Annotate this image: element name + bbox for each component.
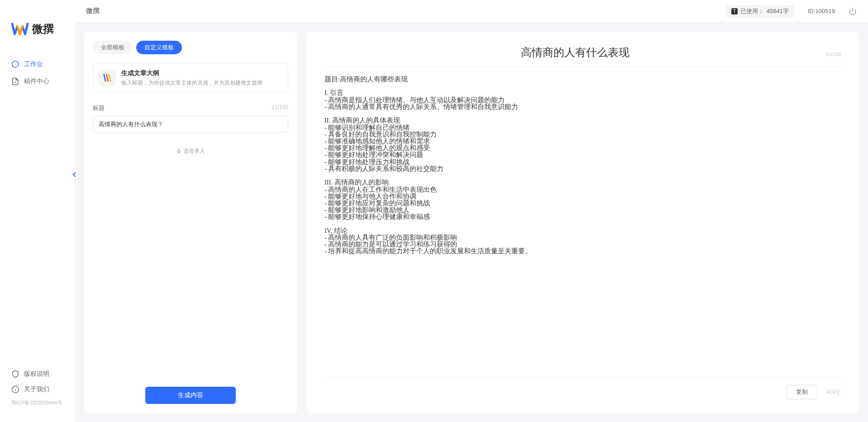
voice-input-button[interactable]: 语音录入 [93, 147, 288, 155]
info-icon [11, 385, 19, 394]
logo-text: 微撰 [32, 22, 54, 36]
panel-left-bottom: 生成内容 [93, 387, 288, 404]
mic-icon [176, 149, 181, 154]
usage-value: 45641字 [767, 7, 789, 15]
header: 微撰 T 已使用： 45641字 ID:100519 [75, 0, 868, 23]
title-counter: 11/100 [272, 104, 288, 112]
sidebar-item-workbench[interactable]: 工作台 [0, 56, 75, 73]
logo-icon [11, 20, 29, 38]
panel-left: 全部模板 自定义模板 生成文章大纲 输入标题，为你提供文章主体的灵感，并为其创建… [84, 32, 297, 413]
main: 微撰 T 已使用： 45641字 ID:100519 全部模板 自定义模板 [75, 0, 868, 422]
sidebar-collapse-button[interactable] [71, 170, 78, 180]
power-icon[interactable] [849, 7, 857, 15]
tabs: 全部模板 自定义模板 [93, 41, 288, 54]
usage-label: 已使用： [740, 7, 764, 15]
title-label: 标题 [93, 104, 105, 112]
sidebar-item-label: 稿件中心 [24, 77, 49, 85]
generate-button[interactable]: 生成内容 [145, 387, 236, 404]
template-info: 生成文章大纲 输入标题，为你提供文章主体的灵感，并为其创建推文提纲 [121, 69, 282, 87]
drafts-icon [11, 77, 19, 85]
template-desc: 输入标题，为你提供文章主体的灵感，并为其创建推文提纲 [121, 79, 282, 87]
usage-badge[interactable]: T 已使用： 45641字 [726, 5, 794, 18]
form-section-title: 标题 11/100 [93, 104, 288, 133]
content: 全部模板 自定义模板 生成文章大纲 输入标题，为你提供文章主体的灵感，并为其创建… [75, 23, 868, 422]
icp-text: 鄂ICP备2022016946号 [0, 397, 75, 408]
result-title-counter: 10/100 [825, 52, 841, 57]
nav: 工作台 稿件中心 [0, 56, 75, 366]
sidebar-item-label: 工作台 [24, 60, 43, 68]
panel-right: 高情商的人有什么表现 10/100 题目:高情商的人有哪些表现 I. 引言 - … [306, 32, 859, 413]
header-right: T 已使用： 45641字 ID:100519 [726, 5, 857, 18]
sidebar-item-label: 版权说明 [24, 370, 49, 378]
sidebar-bottom: 版权说明 关于我们 鄂ICP备2022016946号 [0, 366, 75, 413]
word-count: 404字 [826, 389, 841, 396]
sidebar-item-drafts[interactable]: 稿件中心 [0, 73, 75, 90]
logo[interactable]: 微撰 [0, 9, 75, 56]
result-header: 高情商的人有什么表现 10/100 [324, 45, 841, 67]
result-body[interactable]: 题目:高情商的人有哪些表现 I. 引言 - 高情商是指人们处理情绪、与他人互动以… [324, 76, 841, 373]
sidebar-item-label: 关于我们 [24, 385, 49, 394]
page-title: 微撰 [86, 7, 100, 15]
tab-custom-templates[interactable]: 自定义模板 [136, 41, 182, 54]
user-id: ID:100519 [808, 8, 835, 14]
template-card[interactable]: 生成文章大纲 输入标题，为你提供文章主体的灵感，并为其创建推文提纲 [93, 63, 288, 93]
template-title: 生成文章大纲 [121, 69, 282, 77]
text-icon: T [731, 8, 738, 14]
sidebar: 微撰 工作台 稿件中心 版权说明 [0, 0, 75, 422]
sidebar-item-copyright[interactable]: 版权说明 [0, 366, 75, 382]
sidebar-item-about[interactable]: 关于我们 [0, 382, 75, 397]
voice-input-label: 语音录入 [183, 147, 205, 155]
shield-icon [11, 370, 19, 378]
chevron-left-icon [73, 172, 76, 177]
form-label: 标题 11/100 [93, 104, 288, 112]
copy-button[interactable]: 复制 [787, 385, 817, 399]
title-input[interactable] [93, 116, 288, 133]
result-footer: 复制 404字 [324, 378, 841, 399]
template-icon [99, 69, 116, 86]
workbench-icon [11, 60, 19, 68]
tab-all-templates[interactable]: 全部模板 [93, 41, 133, 54]
result-title: 高情商的人有什么表现 [324, 45, 825, 60]
